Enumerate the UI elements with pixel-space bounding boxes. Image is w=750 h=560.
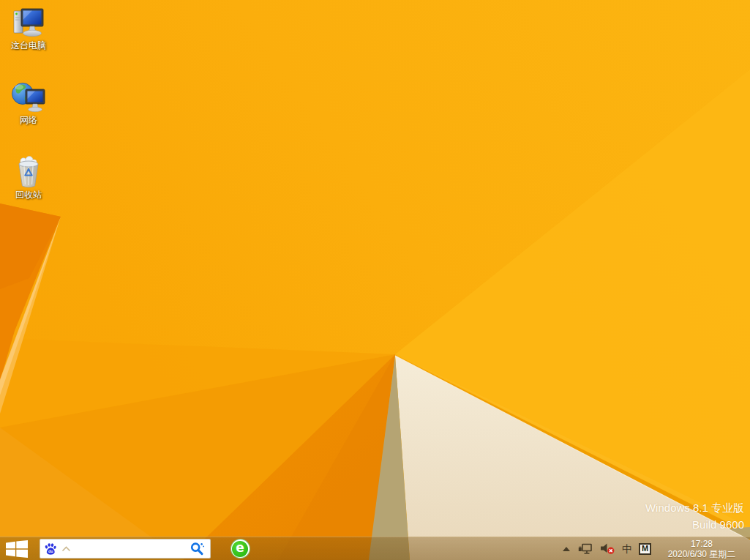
- taskbar-search-input[interactable]: [71, 544, 190, 554]
- taskbar-search-box[interactable]: du: [40, 539, 211, 559]
- svg-text:du: du: [48, 549, 53, 553]
- taskbar: du e: [0, 537, 750, 560]
- ime-language-indicator[interactable]: 中: [622, 544, 632, 554]
- start-button[interactable]: [0, 537, 34, 560]
- desktop-icon-recycle-bin[interactable]: 回收站: [4, 154, 53, 200]
- collapse-chevron-icon[interactable]: [61, 546, 71, 552]
- desktop-icon-label: 回收站: [15, 190, 42, 200]
- clock-date: 2020/6/30 星期二: [668, 549, 736, 559]
- volume-muted-icon[interactable]: [599, 542, 615, 555]
- desktop-surface: 这台电脑 网络: [0, 0, 750, 560]
- recycle-bin-icon: [11, 154, 46, 189]
- network-icon: [11, 79, 46, 114]
- desktop-icon-this-pc[interactable]: 这台电脑: [4, 4, 53, 51]
- watermark-build: Build 9600: [645, 516, 744, 533]
- windows-version-watermark: Windows 8.1 专业版 Build 9600: [645, 499, 744, 533]
- baidu-logo-icon: du: [44, 542, 57, 556]
- this-pc-icon: [11, 4, 46, 40]
- taskbar-clock[interactable]: 17:28 2020/6/30 星期二: [658, 539, 746, 559]
- search-magnifier-icon[interactable]: [190, 542, 205, 556]
- ime-mode-indicator[interactable]: M: [639, 543, 651, 555]
- desktop-icon-label: 网络: [20, 116, 37, 125]
- desktop-icon-network[interactable]: 网络: [4, 79, 53, 125]
- network-status-icon[interactable]: [578, 543, 593, 555]
- browser-e-icon: e: [230, 539, 250, 559]
- watermark-edition: Windows 8.1 专业版: [645, 499, 744, 516]
- wallpaper-image: [0, 0, 750, 560]
- desktop-icon-label: 这台电脑: [11, 41, 46, 51]
- notification-area: 中 M 17:28 2020/6/30 星期二: [563, 537, 750, 560]
- windows-logo-icon: [6, 540, 28, 558]
- browser-taskbar-button[interactable]: e: [224, 537, 256, 560]
- show-hidden-icons-button[interactable]: [563, 547, 570, 551]
- clock-time: 17:28: [691, 539, 713, 549]
